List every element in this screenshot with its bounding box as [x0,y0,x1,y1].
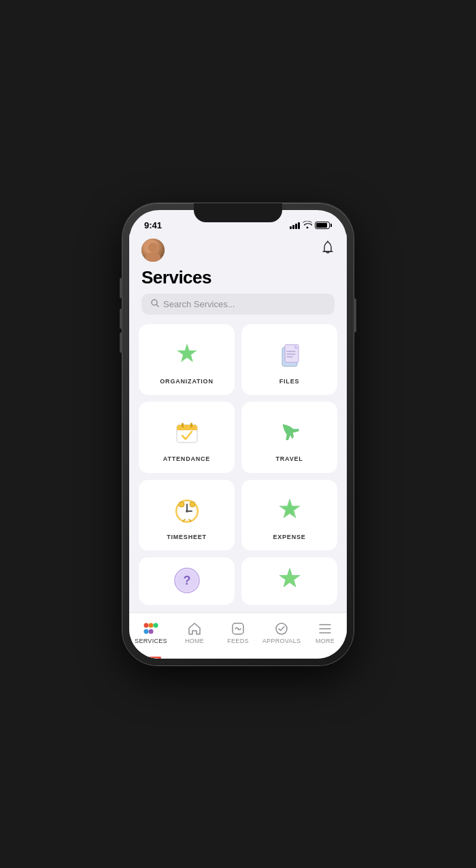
svg-point-32 [149,629,154,634]
service-card-travel[interactable]: TRAVEL [241,402,337,473]
svg-marker-27 [279,568,300,587]
svg-point-0 [152,300,157,305]
service-label-expense: EXPENSE [273,534,305,540]
nav-item-more[interactable]: MORE [303,613,347,659]
services-nav-icon [143,621,159,636]
service-card-attendance[interactable]: ATTENDANCE [139,402,235,473]
status-icons [290,221,332,230]
service-label-timesheet: TIMESHEET [167,534,207,540]
svg-point-31 [144,629,149,634]
service-label-files: FILES [279,378,300,385]
service-card-help[interactable]: ? [139,557,235,605]
attendance-icon [169,415,205,450]
service-card-timesheet[interactable]: TIMESHEET [139,480,235,551]
phone-screen: 9:41 [129,210,347,659]
service-card-organization[interactable]: ORGANIZATION [139,324,235,396]
svg-point-28 [144,623,149,628]
service-label-attendance: ATTENDANCE [163,455,210,462]
timesheet-icon [169,493,205,528]
approvals-nav-icon [275,621,288,636]
svg-point-34 [237,628,239,629]
service-card-expense[interactable]: EXPENSE [241,480,337,551]
nav-label-more: MORE [316,638,335,644]
status-time: 9:41 [144,220,162,230]
header [129,235,347,267]
travel-icon [272,415,307,450]
nav-label-services: SERVICES [135,638,167,644]
nav-label-home: HOME [185,638,204,644]
notification-icon[interactable] [321,241,335,259]
svg-point-21 [190,502,195,507]
search-container: Search Services... [129,294,347,322]
svg-rect-13 [182,423,184,428]
svg-line-1 [157,305,159,307]
home-nav-icon [188,621,201,636]
nav-item-feeds[interactable]: FEEDS [216,613,260,659]
feeds-nav-icon [231,621,245,636]
svg-point-20 [179,502,184,507]
notch [194,203,282,222]
service-label-travel: TRAVEL [275,455,303,462]
services-grid: ORGANIZATION [129,322,347,612]
nav-item-home[interactable]: HOME [173,613,216,659]
svg-rect-12 [177,428,197,430]
page-title-container: Services [129,267,347,294]
bottom-nav: SERVICES HOME [129,612,347,659]
search-bar[interactable]: Search Services... [141,294,335,315]
nav-label-approvals: APPROVALS [262,638,301,644]
svg-rect-14 [190,423,192,428]
signal-icon [290,222,300,229]
wifi-icon [303,221,312,230]
organization-icon [169,337,205,372]
search-icon [151,299,159,309]
more-nav-icon [318,621,332,636]
page-title: Services [141,267,335,288]
nav-item-approvals[interactable]: APPROVALS [260,613,303,659]
unknown-icon [272,564,307,597]
svg-text:?: ? [183,574,190,587]
nav-label-feeds: FEEDS [227,638,249,644]
avatar[interactable] [141,239,165,262]
phone-frame: 9:41 [122,203,354,665]
help-icon: ? [169,564,205,597]
nav-item-services[interactable]: SERVICES [129,613,173,659]
battery-icon [315,222,332,229]
svg-point-29 [149,623,154,628]
svg-point-30 [154,623,158,628]
svg-point-19 [186,510,188,513]
search-placeholder: Search Services... [163,299,235,309]
service-label-organization: ORGANIZATION [160,378,213,385]
expense-icon [272,493,307,528]
files-icon [272,337,307,372]
app-content: Services Search Services... [129,235,347,659]
service-card-unknown[interactable] [241,557,337,605]
service-card-files[interactable]: FILES [241,324,337,396]
